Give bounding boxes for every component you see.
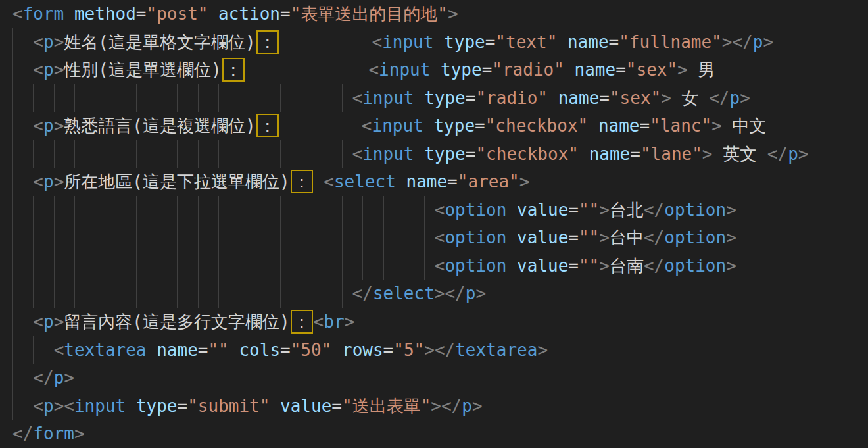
token-punct: </ [33, 368, 53, 387]
token-text [331, 340, 342, 360]
token-punct: > [722, 32, 733, 52]
token-attr: type [441, 60, 482, 80]
token-attr: name [406, 172, 447, 191]
token-punct: > [519, 172, 530, 191]
token-op: = [466, 88, 476, 108]
token-punct: < [33, 60, 43, 80]
token-punct: < [362, 116, 372, 136]
token-op: = [475, 116, 485, 136]
token-punct: > [726, 256, 736, 276]
code-editor[interactable]: <form method="post" action="表單送出的目的地"> <… [0, 0, 868, 448]
token-tag: p [43, 172, 54, 191]
code-line: </select></p> [0, 280, 868, 308]
token-text: 性別(這是單選欄位) [64, 60, 221, 80]
token-punct: > [726, 228, 736, 247]
token-op: = [568, 200, 579, 220]
token-tag: option [445, 200, 506, 220]
token-op: = [280, 4, 291, 24]
token-punct: > [475, 284, 486, 303]
token-text [147, 340, 157, 360]
code-line: <option value="">台南</option> [0, 252, 868, 280]
token-attr: action [218, 4, 280, 24]
token-attr: name [598, 116, 640, 136]
token-text [588, 116, 598, 136]
code-text: <p>熟悉語言(這是複選欄位)： <input type="checkbox" … [12, 116, 766, 136]
token-str: "sex" [626, 60, 677, 80]
token-str: "submit" [187, 396, 270, 416]
token-tag: p [730, 88, 740, 108]
token-punct: < [64, 396, 74, 416]
token-attr: value [280, 396, 331, 416]
token-tag: p [54, 368, 64, 387]
token-attr: type [424, 144, 466, 164]
token-text: 男 [688, 60, 715, 80]
token-text: 台中 [610, 228, 644, 247]
token-text [579, 144, 589, 164]
code-text: <option value="">台北</option> [12, 200, 736, 220]
token-punct: < [435, 228, 445, 247]
token-punct: > [54, 32, 64, 52]
token-tag: p [753, 32, 763, 52]
token-op: = [568, 228, 579, 247]
code-line: </p> [0, 364, 868, 392]
token-punct: > [677, 60, 688, 80]
token-punct: < [33, 116, 43, 136]
token-punct: > [763, 32, 773, 52]
token-punct: > [537, 340, 548, 360]
token-tag: input [74, 396, 126, 416]
token-punct: < [33, 172, 43, 191]
token-op: = [466, 144, 476, 164]
token-str: "radio" [475, 88, 548, 108]
token-tag: input [382, 32, 433, 52]
token-punct: > [599, 200, 610, 220]
token-str: "area" [458, 172, 519, 191]
token-punct: > [435, 284, 445, 303]
code-line: </form> [0, 420, 868, 448]
token-op: = [383, 340, 394, 360]
code-text: <form method="post" action="表單送出的目的地"> [12, 4, 458, 24]
token-text: 所在地區(這是下拉選單欄位) [64, 172, 289, 191]
token-attr: cols [239, 340, 280, 360]
token-punct: > [54, 396, 64, 416]
token-text: 台北 [610, 200, 644, 220]
token-text [423, 116, 434, 136]
token-text [229, 340, 239, 360]
token-text [245, 60, 369, 80]
code-line: <p>所在地區(這是下拉選單欄位)： <select name="area"> [0, 168, 868, 196]
token-str: "" [579, 228, 599, 247]
token-punct: > [740, 88, 750, 108]
code-line: <textarea name="" cols="50" rows="5"></t… [0, 336, 868, 364]
token-attr: name [589, 144, 631, 164]
token-punct: < [324, 172, 334, 191]
token-tag: input [379, 60, 430, 80]
token-punct: </ [352, 284, 373, 303]
token-attr: name [157, 340, 198, 360]
code-text: </select></p> [12, 284, 486, 303]
token-punct: > [54, 312, 64, 332]
code-text: <p>留言內容(這是多行文字欄位)：<br> [12, 312, 354, 332]
token-str: "checkbox" [475, 144, 579, 164]
token-text [506, 228, 517, 247]
token-tag: p [43, 396, 54, 416]
token-str: "表單送出的目的地" [291, 4, 448, 24]
token-text [557, 32, 567, 52]
token-op: = [640, 116, 650, 136]
token-tag: input [362, 88, 414, 108]
token-punct: > [472, 396, 483, 416]
token-text [548, 88, 558, 108]
token-tag: select [334, 172, 396, 191]
token-op: = [280, 340, 291, 360]
token-punct: > [74, 424, 85, 443]
token-tag: input [362, 144, 414, 164]
token-punct: > [54, 116, 64, 136]
code-text: <input type="checkbox" name="lane"> 英文 <… [12, 144, 808, 164]
token-punct: < [372, 32, 382, 52]
token-text [126, 396, 136, 416]
token-str: "lane" [640, 144, 702, 164]
token-str: "checkbox" [485, 116, 589, 136]
token-attr: name [558, 88, 600, 108]
token-punct: > [599, 256, 610, 276]
code-line: <p>熟悉語言(這是複選欄位)： <input type="checkbox" … [0, 112, 868, 140]
token-text [64, 4, 74, 24]
token-text [396, 172, 406, 191]
